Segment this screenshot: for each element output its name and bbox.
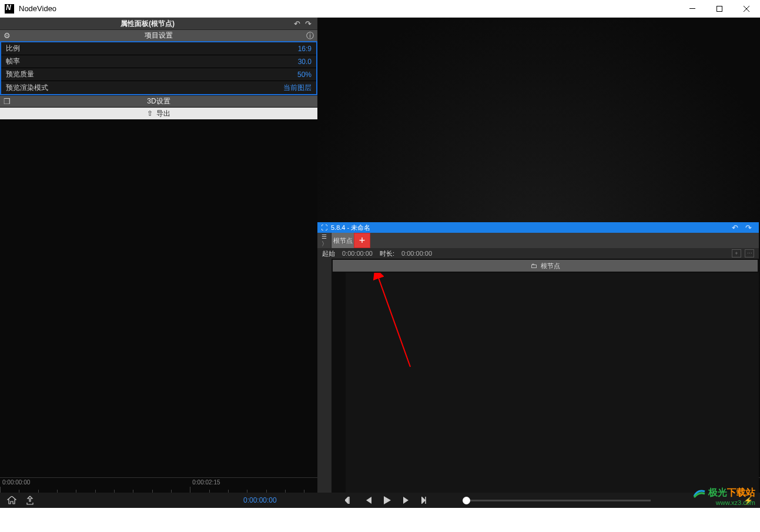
redo-icon[interactable]: ↷ <box>303 19 314 28</box>
start-value[interactable]: 0:00:00:00 <box>342 250 373 257</box>
playback-controls <box>345 496 430 504</box>
home-button[interactable] <box>7 496 16 504</box>
timeline-redo-icon[interactable]: ↷ <box>742 223 755 232</box>
project-settings-label: 项目设置 <box>13 31 304 41</box>
project-properties: 比例 16:9 帧率 30.0 预览质量 50% 预览渲染模式 当前图层 <box>0 41 317 95</box>
share-button[interactable] <box>26 496 34 505</box>
window-titlebar: NodeVideo <box>0 0 760 18</box>
timeline-side-buttons: ☰ 〉 <box>317 233 332 248</box>
tab-root-node[interactable]: 根节点 <box>332 233 354 248</box>
hierarchy-icon: ⛶ <box>321 224 327 231</box>
add-keyframe-icon[interactable]: + <box>732 249 741 257</box>
maximize-button[interactable] <box>706 0 733 18</box>
next-frame-button[interactable] <box>421 497 430 504</box>
root-track-header[interactable]: 🗀 根节点 <box>333 260 758 272</box>
prop-ratio[interactable]: 比例 16:9 <box>1 42 316 55</box>
svg-rect-1 <box>717 6 722 11</box>
svg-rect-0 <box>689 8 695 9</box>
gear-icon: ⚙ <box>4 31 13 40</box>
help-icon[interactable]: ⓘ <box>304 31 314 41</box>
prop-fps-label: 帧率 <box>6 56 20 66</box>
timeline-title: 5.8.4 - 未命名 <box>331 223 728 232</box>
export-label: 导出 <box>156 109 170 119</box>
cube-icon: ❒ <box>4 97 13 106</box>
close-button[interactable] <box>733 0 760 18</box>
flash-icon[interactable]: ⚡ <box>744 496 753 505</box>
timeline-panel: ⛶ 5.8.4 - 未命名 ↶ ↷ ☰ 〉 根节点 + 起始 0:00:00:0… <box>317 222 759 493</box>
3d-settings-label: 3D设置 <box>13 96 304 106</box>
property-panel-header: 属性面板(根节点) ↶ ↷ <box>0 18 317 29</box>
duration-value[interactable]: 0:00:00:00 <box>401 250 432 257</box>
prop-render-label: 预览渲染模式 <box>6 83 48 93</box>
timeline-info-row: 起始 0:00:00:00 时长: 0:00:00:00 + ⋯ <box>317 248 759 259</box>
prop-fps-value[interactable]: 30.0 <box>298 58 312 66</box>
list-icon[interactable]: ☰ <box>317 233 331 240</box>
play-button[interactable] <box>384 496 391 504</box>
transport-bar: 0:00:00:00 ⚡ <box>0 493 760 508</box>
prop-fps[interactable]: 帧率 30.0 <box>1 55 316 68</box>
export-button[interactable]: ⇧ 导出 <box>0 108 317 119</box>
window-title: NodeVideo <box>19 4 56 13</box>
svg-line-4 <box>378 276 410 367</box>
prop-preview-value[interactable]: 50% <box>297 71 312 79</box>
folder-icon: 🗀 <box>531 262 537 269</box>
chevron-right-icon[interactable]: 〉 <box>317 240 331 248</box>
add-tab-button[interactable]: + <box>354 233 370 248</box>
root-track-label: 根节点 <box>541 262 560 270</box>
ruler-tick-label: 0:00:00:00 <box>2 479 30 486</box>
3d-settings-header[interactable]: ❒ 3D设置 <box>0 95 317 107</box>
zoom-slider-thumb[interactable] <box>463 497 470 504</box>
upload-icon: ⇧ <box>147 109 153 118</box>
more-icon[interactable]: ⋯ <box>745 249 754 257</box>
property-panel: 属性面板(根节点) ↶ ↷ ⚙ 项目设置 ⓘ 比例 16:9 帧率 30.0 <box>0 18 317 477</box>
minimize-button[interactable] <box>679 0 706 18</box>
property-panel-title: 属性面板(根节点) <box>4 19 292 29</box>
start-label: 起始 <box>322 249 335 258</box>
prop-preview-quality[interactable]: 预览质量 50% <box>1 68 316 81</box>
prev-frame-button[interactable] <box>345 497 353 504</box>
prop-render-value[interactable]: 当前图层 <box>283 83 312 93</box>
goto-start-button[interactable] <box>365 497 372 504</box>
prop-preview-label: 预览质量 <box>6 69 34 79</box>
timeline-header[interactable]: ⛶ 5.8.4 - 未命名 ↶ ↷ <box>317 222 759 233</box>
prop-ratio-value[interactable]: 16:9 <box>298 45 312 53</box>
annotation-arrow <box>346 273 463 390</box>
timeline-gutter <box>317 259 332 493</box>
window-controls <box>679 0 760 18</box>
prop-ratio-label: 比例 <box>6 44 20 53</box>
app-logo-icon <box>5 4 14 14</box>
timeline-tracks-area[interactable] <box>346 273 759 493</box>
ruler-tick-label: 0:00:02:15 <box>192 479 220 486</box>
timeline-tabs: ☰ 〉 根节点 + <box>317 233 759 248</box>
undo-icon[interactable]: ↶ <box>292 19 303 28</box>
prop-render-mode[interactable]: 预览渲染模式 当前图层 <box>1 81 316 94</box>
goto-end-button[interactable] <box>403 497 410 504</box>
zoom-slider[interactable] <box>463 500 651 501</box>
current-time[interactable]: 0:00:00:00 <box>243 496 277 504</box>
project-settings-header[interactable]: ⚙ 项目设置 ⓘ <box>0 29 317 41</box>
timeline-undo-icon[interactable]: ↶ <box>728 223 742 232</box>
duration-label: 时长: <box>380 249 394 258</box>
